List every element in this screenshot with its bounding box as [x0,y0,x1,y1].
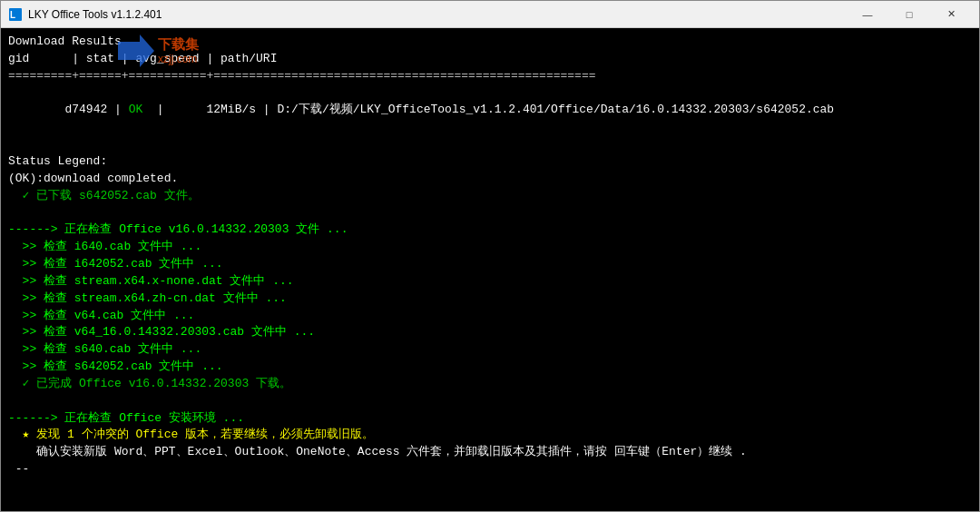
line-done-office: ✓ 已完成 Office v16.0.14332.20303 下载。 [8,376,972,393]
line-confirm-install: 确认安装新版 Word、PPT、Excel、Outlook、OneNote、Ac… [8,444,972,461]
main-window: L LKY Office Tools v1.1.2.401 — □ ✕ Down… [0,0,980,512]
line-check-v64: >> 检查 v64.cab 文件中 ... [8,308,972,325]
line-separator: =========+======+===========+===========… [8,68,972,85]
window-controls: — □ ✕ [847,1,972,28]
window-title: LKY Office Tools v1.1.2.401 [28,8,847,21]
line-blank1 [8,136,972,153]
gid-value: d74942 | [64,103,128,116]
line-found-conflict: ★ 发现 1 个冲突的 Office 版本，若要继续，必须先卸载旧版。 [8,427,972,444]
line-checking-env: ------> 正在检查 Office 安装环境 ... [8,410,972,428]
svg-text:L: L [10,10,15,20]
line-checking-office: ------> 正在检查 Office v16.0.14332.20303 文件… [8,222,972,239]
line-header: gid | stat | avg_speed | path/URI [8,51,972,68]
line-check-s640: >> 检查 s640.cab 文件中 ... [8,341,972,359]
line-prompt: -- [8,461,972,478]
maximize-button[interactable]: □ [888,1,930,28]
line-check-i640: >> 检查 i640.cab 文件中 ... [8,239,972,256]
title-bar: L LKY Office Tools v1.1.2.401 — □ ✕ [1,1,979,28]
speed-path: | 12MiB/s | D:/下载/视频/LKY_OfficeTools_v1.… [142,103,834,116]
terminal-output: Download Results gid | stat | avg_speed … [1,28,979,511]
line-check-stream-x64-zhcn: >> 检查 stream.x64.zh-cn.dat 文件中 ... [8,290,972,308]
close-button[interactable]: ✕ [930,1,972,28]
line-data-row: d74942 | OK | 12MiB/s | D:/下载/视频/LKY_Off… [8,85,972,137]
status-ok: OK [129,103,143,116]
minimize-button[interactable]: — [847,1,888,28]
line-check-v64-16: >> 检查 v64_16.0.14332.20303.cab 文件中 ... [8,324,972,341]
line-check-i642052: >> 检查 i642052.cab 文件中 ... [8,256,972,273]
app-container: L LKY Office Tools v1.1.2.401 — □ ✕ Down… [0,0,980,512]
line-download-results: Download Results [8,34,972,51]
line-blank2 [8,204,972,222]
line-check-download: ✓ 已下载 s642052.cab 文件。 [8,188,972,205]
line-check-stream-x64-none: >> 检查 stream.x64.x-none.dat 文件中 ... [8,273,972,290]
line-ok-legend: (OK):download completed. [8,171,972,188]
app-icon: L [8,7,23,22]
line-status-legend: Status Legend: [8,153,972,171]
line-blank3 [8,393,972,410]
line-check-s642052: >> 检查 s642052.cab 文件中 ... [8,359,972,376]
